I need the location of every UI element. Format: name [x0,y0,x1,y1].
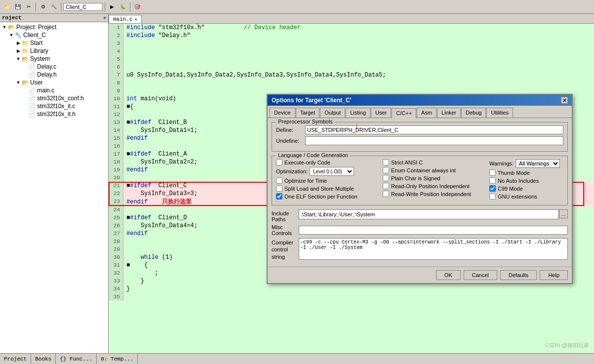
sep-3 [105,2,105,11]
cb-split-load-check[interactable] [276,185,282,192]
cb-strict-ansi-check[interactable] [383,159,389,165]
options-dialog[interactable]: Options for Target 'Client_C' ✕ Device T… [267,94,573,284]
toolbar: 📁 💾 ✂ ⚙ 🔨 ▶ 🐛 🎯 [0,0,594,14]
compiler-textarea[interactable]: -c99 -c --cpu Cortex-M3 -g -O0 --apcs=in… [299,238,568,260]
dialog-tab-debug[interactable]: Debug [461,108,486,118]
bottom-tab-func[interactable]: {} Func... [56,354,97,364]
cb-rw-pi-check[interactable] [383,191,389,197]
compiler-textarea-wrap: -c99 -c --cpu Cortex-M3 -g -O0 --apcs=in… [299,238,568,261]
cb-no-auto-includes-check[interactable] [489,177,496,184]
toolbar-btn-1[interactable]: 📁 [2,2,12,12]
tree-library[interactable]: ▶ 📁 Library [1,47,107,55]
code-line-3: 3 [109,40,594,47]
misc-input[interactable] [299,226,568,235]
cb-split-load: Split Load and Store Multiple [276,185,379,192]
cb-ro-pi-check[interactable] [383,183,389,189]
toolbar-btn-run[interactable]: ▶ [107,2,117,12]
line-num-2: 2 [109,32,123,40]
project-icon: 📂 [8,24,15,31]
tree-delay-h[interactable]: 📄 Delay.h [1,71,107,79]
warnings-row: Warnings: All Warnings No Warnings [489,159,563,168]
tree-delay-c[interactable]: 📄 Delay.c [1,63,107,71]
dialog-tab-cc[interactable]: C/C++ [392,108,416,118]
tree-stm32-it-h[interactable]: 📄 stm32f10x_it.h [1,110,107,118]
expand-icon-2: ▼ [8,33,15,38]
dialog-tab-target[interactable]: Target [296,108,320,118]
dialog-tab-device[interactable]: Device [270,108,295,118]
cb-plain-char-check[interactable] [383,175,389,181]
code-line-8: 8 [109,79,594,87]
help-btn[interactable]: Help [540,270,568,280]
cb-thumb-mode-check[interactable] [489,169,496,176]
dialog-tab-listing[interactable]: Listing [346,108,370,118]
user-folder-icon: 📂 [22,80,29,86]
panel-close-btn[interactable]: ✕ [103,15,106,21]
cb-enum-container-label: Enum Container always int [391,167,456,173]
include-browse-btn[interactable]: ... [559,209,568,218]
cb-enum-container: Enum Container always int [383,167,485,173]
filename-input[interactable] [63,3,103,11]
cb-thumb-mode-label: Thumb Mode [498,170,530,176]
ok-btn[interactable]: OK [436,270,461,280]
toolbar-btn-debug[interactable]: 🐛 [118,2,128,12]
cb-rw-pi: Read-Write Position Independent [383,191,485,197]
watermark: CSDN @接阳玩家 [545,342,589,349]
warnings-select[interactable]: All Warnings No Warnings [515,159,560,168]
bottom-tab-books[interactable]: Books [31,354,56,364]
tree-project-root[interactable]: ▼ 📂 Project: Project [1,23,107,31]
tree-client-c[interactable]: ▼ 🔧 Client_C [1,31,107,39]
tab-close-icon[interactable]: ✕ [135,17,137,22]
cb-one-elf-check[interactable] [276,193,282,200]
toolbar-btn-5[interactable]: 🔨 [49,2,59,12]
toolbar-btn-target[interactable]: 🎯 [132,2,142,12]
cb-c99-check[interactable] [489,185,496,192]
define-input[interactable] [305,125,563,134]
tree-system[interactable]: ▼ 📂 System [1,55,107,63]
sep-2 [61,2,61,11]
language-group-label: Language / Code Generation [276,152,350,158]
define-row: Define: [276,125,563,134]
tree-stm32-conf[interactable]: 📄 stm32f10x_conf.h [1,94,107,102]
tab-main-c[interactable]: main.c ✕ [109,15,142,23]
dialog-tab-asm[interactable]: Asm [417,108,436,118]
panel-title: roject [2,15,22,21]
bottom-tab-project[interactable]: Project [0,354,31,364]
undefine-input[interactable] [305,136,563,145]
dialog-tab-linker[interactable]: Linker [437,108,461,118]
cb-gnu-ext-check[interactable] [489,193,496,200]
toolbar-btn-4[interactable]: ⚙ [38,2,48,12]
code-line-2: 2 #include "Delay.h" [109,32,594,40]
language-columns: Execute-only Code Optimization: Level 0 … [276,159,563,201]
main-c-label: main.c [37,87,54,94]
toolbar-btn-3[interactable]: ✂ [24,2,34,12]
cb-enum-container-check[interactable] [383,167,389,173]
warnings-label: Warnings: [489,161,514,166]
bottom-tab-temp[interactable]: 0↓ Temp... [97,354,138,364]
toolbar-btn-2[interactable]: 💾 [13,2,23,12]
cb-strict-ansi: Strict ANSI C [383,159,485,165]
tree-stm32-it-c[interactable]: 📄 stm32f10x_it.c [1,102,107,110]
tree-user[interactable]: ▼ 📂 User [1,79,107,86]
cb-strict-ansi-label: Strict ANSI C [391,160,423,165]
compiler-label: Compilercontrolstring [272,238,299,260]
opt-select[interactable]: Level 0 (-O0) Level 1 (-O1) Level 2 (-O2… [310,167,354,176]
cb-optimize-time-check[interactable] [276,177,282,184]
dialog-close-btn[interactable]: ✕ [561,97,568,104]
user-label: User [30,79,42,86]
library-label: Library [30,47,48,54]
compiler-row: Compilercontrolstring -c99 -c --cpu Cort… [272,238,568,261]
dialog-tab-user[interactable]: User [371,108,391,118]
cancel-btn[interactable]: Cancel [464,270,497,280]
line-content-2: #include "Delay.h" [123,32,594,40]
cb-execute-only-check[interactable] [276,159,282,165]
preprocessor-group: Preprocessor Symbols Define: Undefine: [272,122,568,152]
dialog-tab-output[interactable]: Output [320,108,345,118]
cb-c99-label: C99 Mode [498,186,523,192]
defaults-btn[interactable]: Defaults [500,270,537,280]
tree-main-c[interactable]: 📄 main.c [1,86,107,94]
system-folder-icon: 📂 [22,56,29,62]
dialog-tab-utilities[interactable]: Utilities [486,108,513,118]
dialog-title-text: Options for Target 'Client_C' [272,97,352,104]
client-c-icon: 🔧 [15,32,22,39]
tree-start[interactable]: ▶ 📁 Start [1,39,107,47]
